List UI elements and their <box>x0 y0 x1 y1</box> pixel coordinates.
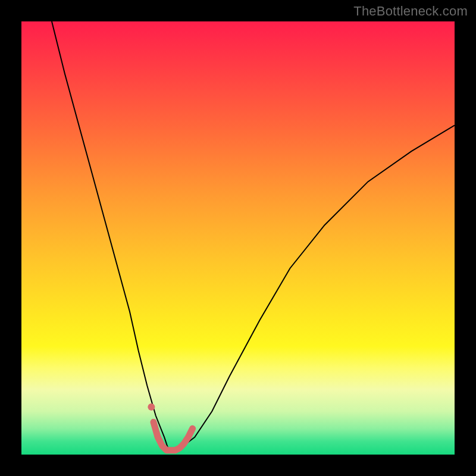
watermark-text: TheBottleneck.com <box>353 4 468 19</box>
plot-area <box>21 21 455 455</box>
optimal-marker-dot <box>148 403 155 411</box>
bottleneck-curve <box>52 21 455 450</box>
chart-svg <box>21 21 455 455</box>
chart-frame: TheBottleneck.com <box>0 0 476 476</box>
